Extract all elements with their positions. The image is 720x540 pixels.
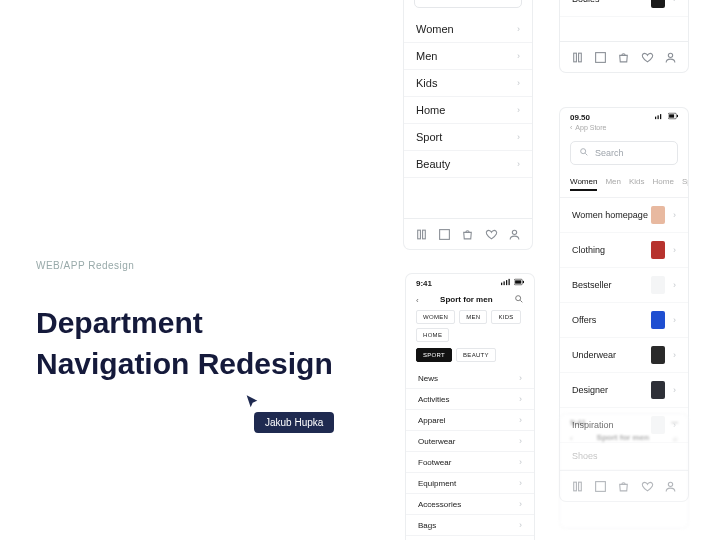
page-title: Sport for men [440,295,492,306]
svg-rect-15 [523,281,524,283]
search-icon [579,147,589,159]
department-row[interactable]: Sport› [404,124,532,151]
women-list: Women homepage›Clothing›Bestseller›Offer… [560,198,688,443]
account-icon[interactable] [663,50,677,64]
header: ‹ Sport for men ⌕ [560,429,688,448]
chevron-right-icon: › [673,280,676,290]
bag-icon[interactable] [617,50,631,64]
categories-icon[interactable] [438,227,452,241]
chevron-right-icon: › [673,210,676,220]
svg-rect-21 [669,114,674,117]
list-item[interactable]: Activities› [406,389,534,410]
list-item[interactable]: Equipment› [406,473,534,494]
pill[interactable]: HOME [416,328,449,342]
list-item[interactable]: Footwear› [406,452,534,473]
svg-rect-3 [440,229,450,239]
svg-rect-1 [418,230,421,239]
search-input[interactable]: Search [414,0,522,8]
back-icon[interactable]: ‹ [416,296,419,305]
chip[interactable]: Home [653,177,674,191]
phone-sport-men: 9:41 ‹ Sport for men WOMENMENKIDSHOME SP… [406,274,534,540]
pill[interactable]: MEN [459,310,487,324]
signal-icon [501,278,511,288]
chevron-right-icon: › [519,457,522,467]
list-item[interactable]: Offers› [560,303,688,338]
svg-rect-17 [655,117,656,120]
app-store-back[interactable]: ‹App Store [560,124,688,135]
list-item[interactable]: Bags› [406,515,534,536]
chip[interactable]: Men [605,177,621,191]
list-item[interactable]: Women homepage› [560,198,688,233]
pill[interactable]: BEAUTY [456,348,496,362]
list-item[interactable]: Sale› [406,536,534,540]
chevron-right-icon: › [519,415,522,425]
thumbnail [651,206,665,224]
chip[interactable]: Women [570,177,597,191]
clock: 9:41 [416,279,432,288]
list-item[interactable]: Clothing› [560,233,688,268]
list-item[interactable]: Outerwear› [406,431,534,452]
department-row[interactable]: Beauty› [404,151,532,178]
chevron-right-icon: › [517,159,520,169]
chevron-right-icon: › [673,385,676,395]
svg-rect-14 [515,280,521,283]
thumbnail [651,346,665,364]
department-row[interactable]: Home› [404,97,532,124]
svg-point-16 [516,296,521,301]
account-icon[interactable] [507,227,521,241]
phone-sport-men-faded: 9:41 ··· ‹ Sport for men ⌕ [560,414,688,528]
svg-rect-22 [677,115,678,117]
list-item[interactable]: Bodies › [560,0,688,17]
pill[interactable]: WOMEN [416,310,455,324]
home-icon[interactable] [571,50,585,64]
phone-departments: Search Women›Men›Kids›Home›Sport›Beauty› [404,0,532,249]
search-input[interactable]: Search [570,141,678,165]
svg-point-8 [668,53,672,57]
home-icon[interactable] [415,227,429,241]
list-item[interactable]: Bestseller› [560,268,688,303]
cursor-icon [244,394,260,410]
header: ‹ Sport for men [406,290,534,310]
chevron-right-icon: › [517,51,520,61]
chevron-right-icon: › [517,105,520,115]
list-item[interactable]: Underwear› [560,338,688,373]
svg-rect-12 [509,279,510,285]
phone-bodies-partial: Bodies › [560,0,688,72]
thumbnail [651,0,665,8]
department-row[interactable]: Men› [404,43,532,70]
tabbar [560,41,688,72]
pill[interactable]: SPORT [416,348,452,362]
list-item[interactable]: Accessories› [406,494,534,515]
list-item[interactable]: News› [406,368,534,389]
clock: 09.50 [570,113,590,122]
heart-icon[interactable] [484,227,498,241]
search-icon: ⌕ [673,434,678,443]
status-bar: 09.50 [560,108,688,124]
list-item[interactable]: Apparel› [406,410,534,431]
svg-rect-7 [596,52,606,62]
heart-icon[interactable] [640,50,654,64]
list-item[interactable]: Designer› [560,373,688,408]
search-icon[interactable] [514,294,524,306]
category-pills-row1: WOMENMENKIDSHOME [406,310,534,348]
department-row[interactable]: Kids› [404,70,532,97]
svg-point-4 [512,230,516,234]
pill[interactable]: KIDS [491,310,520,324]
bag-icon[interactable] [461,227,475,241]
chip[interactable]: Kids [629,177,645,191]
chip[interactable]: Sport [682,177,688,191]
chevron-right-icon: › [673,315,676,325]
subcategory-list: News›Activities›Apparel›Outerwear›Footwe… [406,368,534,540]
svg-rect-6 [579,53,582,62]
clock: 9:41 [570,418,586,427]
categories-icon[interactable] [594,50,608,64]
title-line1: Department [36,303,333,344]
chevron-left-icon: ‹ [570,124,572,131]
category-pills-row2: SPORTBEAUTY [406,348,534,368]
svg-rect-19 [660,114,661,119]
project-title: Department Navigation Redesign [36,303,333,384]
chevron-right-icon: › [519,478,522,488]
department-row[interactable]: Women› [404,16,532,43]
chevron-right-icon: › [517,78,520,88]
search-placeholder: Search [595,148,624,158]
